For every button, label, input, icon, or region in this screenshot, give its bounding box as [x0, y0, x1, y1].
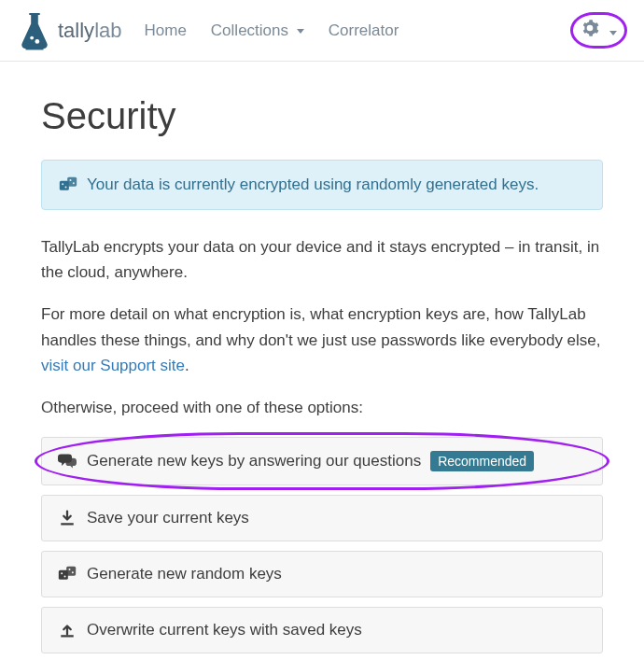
flask-icon: [17, 11, 52, 50]
nav-collections-label: Collections: [211, 21, 288, 39]
svg-point-1: [35, 39, 39, 44]
para2-text-a: For more detail on what encryption is, w…: [41, 305, 601, 348]
nav-links: Home Collections Correlator: [144, 21, 570, 40]
option-label: Generate new keys by answering our quest…: [87, 452, 421, 470]
caret-down-icon: [609, 31, 617, 35]
intro-paragraph-3: Otherwise, proceed with one of these opt…: [41, 395, 603, 420]
nav-collections[interactable]: Collections: [211, 21, 304, 40]
svg-point-15: [72, 571, 74, 573]
encryption-status-alert: Your data is currently encrypted using r…: [41, 160, 603, 210]
svg-point-5: [62, 183, 63, 185]
download-icon: [57, 510, 77, 527]
option-save-keys[interactable]: Save your current keys: [41, 495, 603, 541]
recommended-badge: Recommended: [430, 451, 534, 471]
svg-point-8: [73, 182, 75, 184]
intro-paragraph-2: For more detail on what encryption is, w…: [41, 302, 603, 378]
brand-logo[interactable]: tallylab: [17, 11, 121, 50]
svg-rect-9: [61, 523, 74, 525]
option-generate-random[interactable]: Generate new random keys: [41, 551, 603, 597]
brand-text: tallylab: [58, 19, 121, 43]
upload-icon: [57, 622, 77, 639]
options-panel-group: Generate new keys by answering our quest…: [41, 437, 603, 653]
page-title: Security: [41, 95, 603, 137]
option-overwrite-keys[interactable]: Overwrite current keys with saved keys: [41, 607, 603, 653]
option-generate-questions[interactable]: Generate new keys by answering our quest…: [41, 437, 603, 485]
svg-rect-11: [66, 567, 76, 576]
gear-icon: [581, 19, 599, 37]
main-content: Security Your data is currently encrypte…: [0, 62, 644, 660]
intro-paragraph-1: TallyLab encrypts your data on your devi…: [41, 234, 603, 285]
svg-point-14: [69, 569, 71, 570]
nav-home[interactable]: Home: [144, 21, 186, 40]
option-label: Save your current keys: [87, 509, 249, 527]
svg-point-0: [30, 35, 34, 39]
svg-rect-4: [67, 177, 77, 187]
speech-bubble-icon: [57, 453, 77, 470]
svg-rect-16: [61, 635, 74, 637]
svg-point-6: [65, 187, 67, 189]
alert-text: Your data is currently encrypted using r…: [87, 176, 539, 194]
nav-correlator[interactable]: Correlator: [329, 21, 399, 40]
settings-menu[interactable]: [570, 12, 627, 49]
svg-point-13: [64, 576, 66, 578]
option-label: Overwrite current keys with saved keys: [87, 621, 362, 639]
svg-point-7: [70, 179, 72, 181]
option-label: Generate new random keys: [87, 565, 282, 583]
caret-down-icon: [297, 29, 304, 34]
dice-icon: [57, 565, 77, 583]
para2-text-b: .: [185, 357, 189, 374]
support-site-link[interactable]: visit our Support site: [41, 357, 185, 374]
svg-point-12: [61, 572, 63, 574]
dice-icon: [59, 176, 77, 194]
navbar: tallylab Home Collections Correlator: [0, 0, 644, 62]
